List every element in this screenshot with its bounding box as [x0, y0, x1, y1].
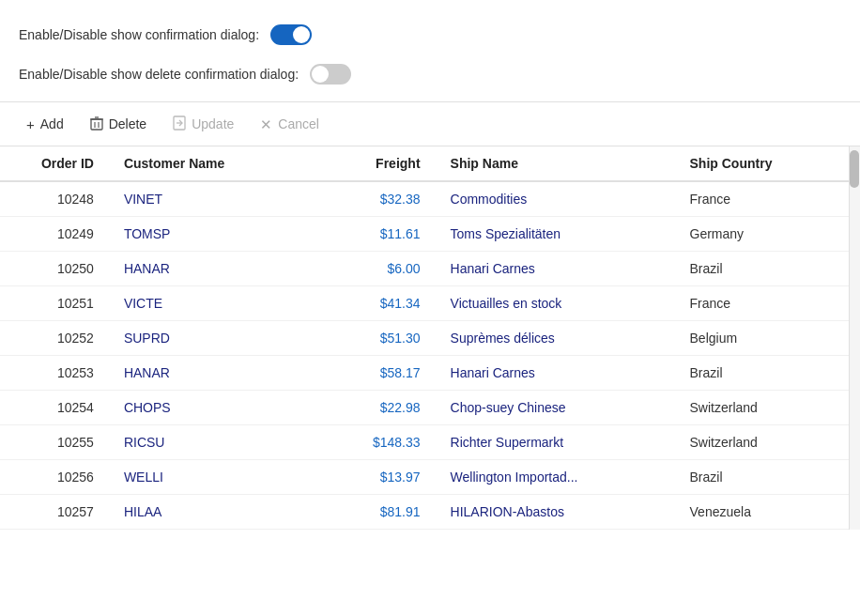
cancel-icon: ✕ — [260, 117, 272, 131]
cell-customer: WELLI — [109, 460, 327, 495]
cell-country: Germany — [675, 217, 849, 252]
cell-country: Switzerland — [675, 391, 849, 425]
cell-shipname: Hanari Carnes — [436, 356, 675, 391]
table-row[interactable]: 10257 HILAA $81.91 HILARION-Abastos Vene… — [0, 495, 849, 530]
cancel-button[interactable]: ✕ Cancel — [249, 111, 330, 137]
toggle-confirmation-row: Enable/Disable show confirmation dialog: — [0, 15, 860, 54]
cell-country: Brazil — [675, 356, 849, 391]
cell-shipname: Wellington Importad... — [436, 460, 675, 495]
table-row[interactable]: 10248 VINET $32.38 Commodities France — [0, 181, 849, 217]
cell-shipname: Chop-suey Chinese — [436, 391, 675, 425]
delete-label: Delete — [109, 116, 146, 131]
table-row[interactable]: 10255 RICSU $148.33 Richter Supermarkt S… — [0, 425, 849, 460]
table-row[interactable]: 10252 SUPRD $51.30 Suprèmes délices Belg… — [0, 321, 849, 356]
cell-orderid: 10248 — [0, 181, 109, 217]
cell-customer: HANAR — [109, 356, 327, 391]
cell-country: Belgium — [675, 321, 849, 356]
cell-customer: RICSU — [109, 425, 327, 460]
cell-country: Venezuela — [675, 495, 849, 530]
cell-freight: $22.98 — [327, 391, 436, 425]
col-header-customer: Customer Name — [109, 146, 327, 181]
cell-customer: TOMSP — [109, 217, 327, 252]
cell-orderid: 10249 — [0, 217, 109, 252]
delete-icon — [90, 116, 103, 132]
cell-customer: VINET — [109, 181, 327, 217]
cell-country: France — [675, 286, 849, 321]
svg-rect-0 — [91, 119, 102, 130]
page-container: Enable/Disable show confirmation dialog:… — [0, 0, 860, 616]
table-row[interactable]: 10250 HANAR $6.00 Hanari Carnes Brazil — [0, 252, 849, 286]
cell-shipname: HILARION-Abastos — [436, 495, 675, 530]
cell-freight: $51.30 — [327, 321, 436, 356]
cell-orderid: 10257 — [0, 495, 109, 530]
grid-outer: Order ID Customer Name Freight Ship Name… — [0, 146, 860, 530]
cell-orderid: 10254 — [0, 391, 109, 425]
cell-orderid: 10251 — [0, 286, 109, 321]
table-row[interactable]: 10256 WELLI $13.97 Wellington Importad..… — [0, 460, 849, 495]
cell-freight: $148.33 — [327, 425, 436, 460]
toggle-confirmation-label: Enable/Disable show confirmation dialog: — [19, 27, 259, 42]
cell-freight: $13.97 — [327, 460, 436, 495]
cell-orderid: 10256 — [0, 460, 109, 495]
toggle-confirmation-switch[interactable] — [270, 24, 312, 45]
delete-button[interactable]: Delete — [79, 110, 158, 138]
cell-customer: HANAR — [109, 252, 327, 286]
cell-shipname: Victuailles en stock — [436, 286, 675, 321]
col-header-country: Ship Country — [675, 146, 849, 181]
update-label: Update — [192, 116, 234, 131]
cell-customer: SUPRD — [109, 321, 327, 356]
cell-orderid: 10250 — [0, 252, 109, 286]
grid-header-row: Order ID Customer Name Freight Ship Name… — [0, 146, 849, 181]
col-header-orderid: Order ID — [0, 146, 109, 181]
grid-scroll-area[interactable]: Order ID Customer Name Freight Ship Name… — [0, 146, 860, 530]
table-row[interactable]: 10249 TOMSP $11.61 Toms Spezialitäten Ge… — [0, 217, 849, 252]
toggle-delete-row: Enable/Disable show delete confirmation … — [0, 54, 860, 94]
cell-customer: VICTE — [109, 286, 327, 321]
cell-orderid: 10253 — [0, 356, 109, 391]
update-icon — [173, 116, 186, 132]
add-icon: + — [26, 117, 35, 131]
cell-freight: $81.91 — [327, 495, 436, 530]
cell-freight: $41.34 — [327, 286, 436, 321]
cell-shipname: Toms Spezialitäten — [436, 217, 675, 252]
cell-freight: $32.38 — [327, 181, 436, 217]
cell-shipname: Suprèmes délices — [436, 321, 675, 356]
data-grid: Order ID Customer Name Freight Ship Name… — [0, 146, 849, 530]
cell-shipname: Hanari Carnes — [436, 252, 675, 286]
table-row[interactable]: 10251 VICTE $41.34 Victuailles en stock … — [0, 286, 849, 321]
toggle-confirmation-knob — [293, 26, 310, 43]
cell-country: Brazil — [675, 460, 849, 495]
update-button[interactable]: Update — [161, 110, 245, 138]
cell-freight: $58.17 — [327, 356, 436, 391]
col-header-shipname: Ship Name — [436, 146, 675, 181]
toggle-delete-knob — [312, 66, 329, 83]
cell-customer: CHOPS — [109, 391, 327, 425]
table-row[interactable]: 10254 CHOPS $22.98 Chop-suey Chinese Swi… — [0, 391, 849, 425]
cell-orderid: 10255 — [0, 425, 109, 460]
cell-country: Brazil — [675, 252, 849, 286]
cell-country: Switzerland — [675, 425, 849, 460]
add-button[interactable]: + Add — [15, 111, 75, 137]
toggle-delete-label: Enable/Disable show delete confirmation … — [19, 67, 299, 82]
cell-orderid: 10252 — [0, 321, 109, 356]
toggle-delete-switch[interactable] — [310, 64, 351, 85]
cancel-label: Cancel — [278, 116, 319, 131]
toolbar: + Add Delete — [0, 101, 860, 146]
table-row[interactable]: 10253 HANAR $58.17 Hanari Carnes Brazil — [0, 356, 849, 391]
cell-freight: $6.00 — [327, 252, 436, 286]
cell-customer: HILAA — [109, 495, 327, 530]
cell-country: France — [675, 181, 849, 217]
add-label: Add — [40, 116, 64, 131]
scrollbar-thumb — [850, 150, 859, 188]
cell-shipname: Commodities — [436, 181, 675, 217]
col-header-freight: Freight — [327, 146, 436, 181]
cell-freight: $11.61 — [327, 217, 436, 252]
cell-shipname: Richter Supermarkt — [436, 425, 675, 460]
scrollbar[interactable] — [849, 146, 860, 530]
